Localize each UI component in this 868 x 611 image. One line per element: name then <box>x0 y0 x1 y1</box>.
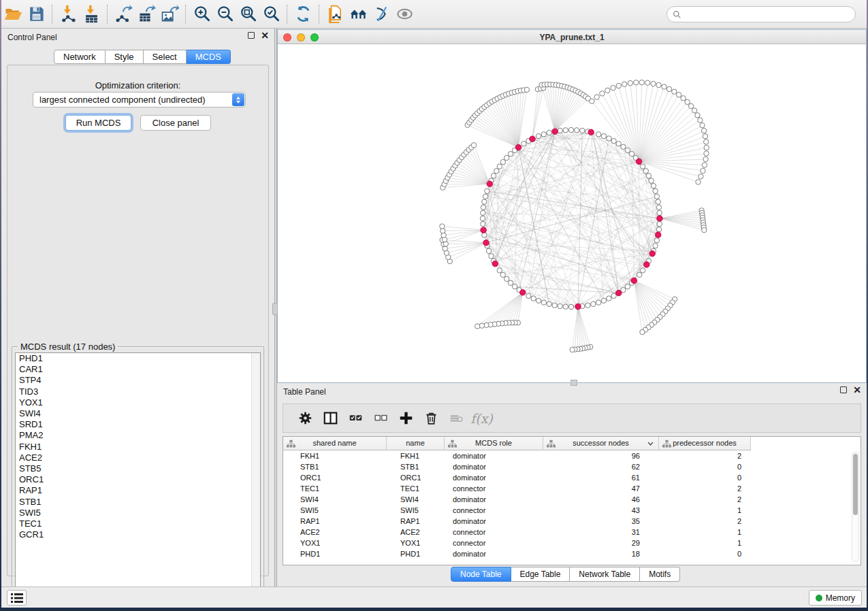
result-list-item[interactable]: ACE2 <box>16 452 260 463</box>
table-cell[interactable]: TEC1 <box>387 483 445 494</box>
column-header-name[interactable]: name <box>387 437 445 450</box>
network-canvas[interactable] <box>278 44 867 382</box>
table-cell[interactable]: 1 <box>659 505 751 516</box>
close-panel-icon[interactable]: ✕ <box>853 386 861 393</box>
column-header-predecessor-nodes[interactable]: predecessor nodes <box>659 437 751 450</box>
table-cell[interactable]: 35 <box>543 516 659 527</box>
deselect-all-checkboxes-icon[interactable] <box>368 408 393 429</box>
delete-rows-icon[interactable] <box>444 408 469 429</box>
table-cell[interactable]: 1 <box>659 527 751 538</box>
open-file-icon[interactable] <box>1 4 25 24</box>
tab-style[interactable]: Style <box>106 50 144 64</box>
table-row[interactable]: PHD1PHD1dominator180 <box>283 548 861 559</box>
run-mcds-button[interactable]: Run MCDS <box>65 115 131 131</box>
network-view[interactable] <box>278 44 866 382</box>
search-field[interactable] <box>666 6 856 22</box>
table-cell[interactable]: SWI4 <box>283 494 387 505</box>
table-cell[interactable]: SWI5 <box>387 505 445 516</box>
result-list-item[interactable]: STP4 <box>16 375 260 386</box>
table-cell[interactable]: FKH1 <box>387 450 445 461</box>
search-input[interactable] <box>681 10 855 19</box>
tab-network[interactable]: Network <box>54 50 106 64</box>
table-row[interactable]: ACE2ACE2connector311 <box>283 527 861 538</box>
show-columns-icon[interactable] <box>318 408 343 429</box>
refresh-view-icon[interactable] <box>291 4 315 24</box>
float-panel-icon[interactable] <box>248 32 255 39</box>
table-cell[interactable]: 2 <box>659 516 751 527</box>
result-list-item[interactable]: SWI5 <box>16 508 260 518</box>
table-row[interactable]: STB1STB1dominator620 <box>283 461 861 472</box>
table-cell[interactable]: RAP1 <box>387 516 445 527</box>
tab-select[interactable]: Select <box>144 50 187 64</box>
table-cell[interactable]: connector <box>445 483 543 494</box>
table-cell[interactable]: 47 <box>543 483 659 494</box>
table-cell[interactable]: 96 <box>543 450 659 461</box>
float-panel-icon[interactable] <box>840 386 847 393</box>
zoom-fit-icon[interactable] <box>236 4 259 24</box>
table-cell[interactable]: STB1 <box>387 461 445 472</box>
table-cell[interactable]: ACE2 <box>283 527 387 538</box>
result-list-item[interactable]: RAP1 <box>16 485 260 496</box>
table-cell[interactable]: 2 <box>659 483 751 494</box>
result-list-item[interactable]: PMA2 <box>16 430 260 441</box>
table-cell[interactable]: dominator <box>445 450 543 461</box>
tab-motifs[interactable]: Motifs <box>640 567 680 582</box>
export-network-icon[interactable] <box>112 4 135 24</box>
table-cell[interactable]: 29 <box>543 538 659 548</box>
memory-button[interactable]: Memory <box>809 590 862 606</box>
tab-edge-table[interactable]: Edge Table <box>511 567 570 582</box>
table-cell[interactable]: FKH1 <box>283 450 387 461</box>
table-cell[interactable]: 0 <box>659 472 751 483</box>
table-row[interactable]: SWI5SWI5connector431 <box>283 505 861 516</box>
add-column-icon[interactable] <box>393 408 419 429</box>
table-cell[interactable]: 0 <box>659 461 751 472</box>
mcds-result-list[interactable]: PHD1CAR1STP4TID3YOX1SWI4SRD1PMA2FKH1ACE2… <box>15 352 261 596</box>
zoom-in-icon[interactable] <box>190 4 213 24</box>
criterion-dropdown[interactable]: largest connected component (undirected) <box>33 92 246 108</box>
table-row[interactable]: FKH1FKH1dominator962 <box>283 450 861 461</box>
export-table-icon[interactable] <box>135 4 158 24</box>
zoom-selected-icon[interactable] <box>259 4 283 24</box>
delete-columns-icon[interactable] <box>419 408 444 429</box>
result-list-item[interactable]: SRD1 <box>16 419 260 430</box>
table-row[interactable]: RAP1RAP1dominator352 <box>283 516 861 527</box>
result-list-item[interactable]: TEC1 <box>16 518 260 529</box>
table-cell[interactable]: dominator <box>445 516 543 527</box>
table-cell[interactable]: dominator <box>445 548 543 559</box>
close-panel-button[interactable]: Close panel <box>140 115 211 131</box>
table-cell[interactable]: ORC1 <box>283 472 387 483</box>
table-cell[interactable]: dominator <box>445 472 543 483</box>
table-row[interactable]: YOX1YOX1connector291 <box>283 538 861 548</box>
result-list-item[interactable]: GCR1 <box>16 529 260 540</box>
result-list-item[interactable]: FKH1 <box>16 442 260 452</box>
import-table-icon[interactable] <box>80 4 103 24</box>
result-list-item[interactable]: CAR1 <box>16 364 260 375</box>
zoom-out-icon[interactable] <box>213 4 236 24</box>
table-cell[interactable]: PHD1 <box>283 548 387 559</box>
close-panel-icon[interactable]: ✕ <box>261 32 269 39</box>
table-cell[interactable]: connector <box>445 538 543 548</box>
table-cell[interactable]: TEC1 <box>283 483 387 494</box>
table-options-gear-icon[interactable] <box>293 408 318 429</box>
table-cell[interactable]: 43 <box>543 505 659 516</box>
home-networks-icon[interactable] <box>347 4 370 24</box>
table-row[interactable]: TEC1TEC1connector472 <box>283 483 861 494</box>
table-cell[interactable]: ORC1 <box>387 472 445 483</box>
network-titlebar[interactable]: YPA_prune.txt_1 <box>278 30 866 44</box>
table-cell[interactable]: SWI4 <box>387 494 445 505</box>
result-list-scrollbar[interactable] <box>251 353 260 595</box>
show-eye-icon[interactable] <box>393 4 416 24</box>
table-cell[interactable]: 2 <box>659 494 751 505</box>
scrollbar-thumb[interactable] <box>853 454 858 515</box>
table-cell[interactable]: RAP1 <box>283 516 387 527</box>
tab-mcds[interactable]: MCDS <box>187 50 231 64</box>
table-cell[interactable]: YOX1 <box>387 538 445 548</box>
table-cell[interactable]: connector <box>445 527 543 538</box>
tab-node-table[interactable]: Node Table <box>451 567 511 582</box>
table-row[interactable]: ORC1ORC1dominator610 <box>283 472 861 483</box>
table-cell[interactable]: connector <box>445 505 543 516</box>
result-list-item[interactable]: TID3 <box>16 386 260 397</box>
table-scrollbar[interactable] <box>852 452 859 562</box>
open-session-file-icon[interactable] <box>323 4 347 24</box>
table-cell[interactable]: 18 <box>543 548 659 559</box>
